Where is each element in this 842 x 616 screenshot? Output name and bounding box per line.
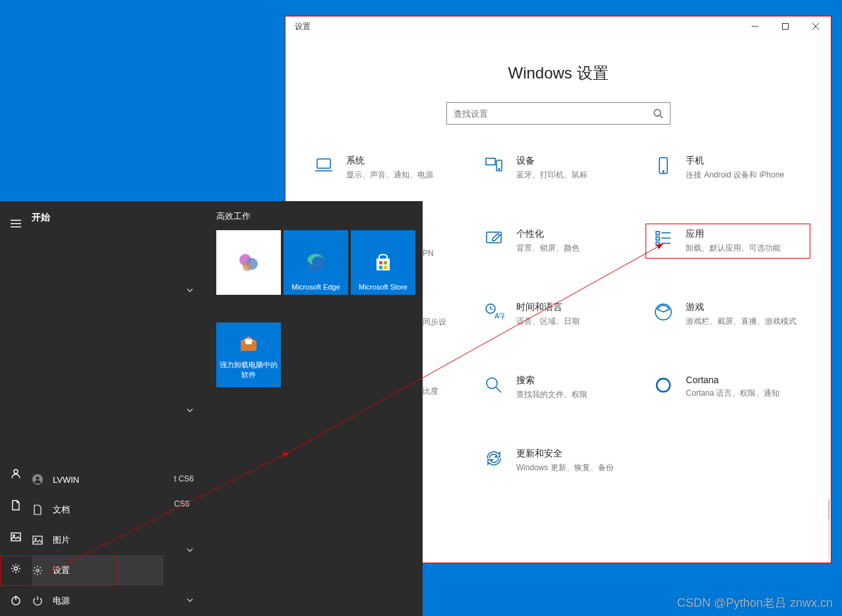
- category-personalization[interactable]: 个性化背景、锁屏、颜色: [477, 224, 640, 258]
- tile-edge[interactable]: Microsoft Edge: [284, 230, 348, 295]
- documents-item[interactable]: 文档: [32, 495, 164, 525]
- tile-edge-label: Microsoft Edge: [287, 283, 344, 291]
- maximize-button[interactable]: [770, 16, 800, 36]
- office-icon: [235, 249, 262, 276]
- category-phone[interactable]: 手机连接 Android 设备和 iPhone: [646, 151, 810, 185]
- category-update-security[interactable]: 更新和安全Windows 更新、恢复、备份: [477, 444, 640, 477]
- power-item[interactable]: 电源: [32, 586, 164, 616]
- minimize-button[interactable]: [740, 16, 770, 36]
- apps-icon: [653, 228, 674, 249]
- power-label: 电源: [53, 595, 70, 607]
- search-icon: [653, 108, 663, 119]
- svg-rect-16: [656, 237, 659, 240]
- close-button[interactable]: [800, 16, 831, 36]
- chevron-down-icon[interactable]: [164, 545, 216, 555]
- tile-store[interactable]: Microsoft Store: [351, 230, 415, 295]
- svg-point-34: [15, 567, 18, 570]
- tile-uninstaller[interactable]: 强力卸载电脑中的软件: [216, 323, 281, 387]
- uninstaller-icon: [235, 330, 262, 356]
- category-search[interactable]: 搜索查找我的文件、权限: [477, 371, 640, 404]
- user-icon: [32, 474, 44, 485]
- svg-rect-47: [384, 261, 387, 264]
- store-icon: [370, 249, 396, 276]
- user-label: LVWIN: [53, 475, 79, 485]
- update-icon: [483, 448, 504, 469]
- category-gaming[interactable]: 游戏游戏栏、截屏、直播、游戏模式: [646, 297, 810, 331]
- chevron-down-icon[interactable]: [164, 596, 216, 605]
- settings-item[interactable]: 设置: [32, 555, 164, 586]
- svg-point-12: [663, 171, 664, 172]
- window-title: 设置: [286, 21, 311, 32]
- svg-rect-1: [783, 24, 789, 30]
- svg-point-33: [13, 535, 15, 536]
- partial-text-vpn: PN: [423, 249, 434, 258]
- devices-icon: [483, 155, 504, 176]
- svg-text:A字: A字: [495, 312, 504, 320]
- search-input[interactable]: [454, 109, 653, 119]
- phone-icon: [653, 155, 674, 176]
- category-cortana[interactable]: CortanaCortana 语言、权限、通知: [646, 371, 810, 404]
- start-left-pane: 开始 LVWIN 文档 图片 设置 电源: [32, 201, 164, 616]
- gaming-icon: [653, 301, 674, 323]
- category-time-language[interactable]: A字 时间和语言语音、区域、日期: [477, 297, 640, 331]
- svg-rect-48: [379, 266, 382, 269]
- chevron-down-icon[interactable]: [164, 286, 216, 295]
- pictures-label: 图片: [53, 534, 70, 546]
- documents-label: 文档: [53, 504, 70, 516]
- svg-point-40: [35, 538, 36, 539]
- chevron-down-icon[interactable]: [164, 406, 216, 415]
- tile-office[interactable]: [216, 230, 281, 295]
- svg-rect-32: [11, 533, 20, 541]
- svg-rect-18: [656, 242, 659, 245]
- tile-uninstaller-label: 强力卸载电脑中的软件: [219, 360, 278, 380]
- settings-rail-icon[interactable]: [0, 553, 32, 584]
- time-language-icon: A字: [483, 301, 504, 323]
- user-item[interactable]: LVWIN: [32, 464, 164, 495]
- svg-point-4: [654, 109, 661, 116]
- svg-rect-14: [656, 231, 659, 235]
- category-apps[interactable]: 应用卸载、默认应用、可选功能: [646, 224, 810, 258]
- tile-store-label: Microsoft Store: [355, 283, 411, 291]
- power-icon: [32, 596, 44, 606]
- pictures-item[interactable]: 图片: [32, 525, 164, 555]
- personalize-icon: [483, 228, 504, 249]
- settings-heading: Windows 设置: [286, 63, 831, 84]
- svg-rect-39: [33, 536, 42, 544]
- svg-line-26: [496, 387, 501, 392]
- svg-line-22: [491, 309, 493, 310]
- search-box[interactable]: [446, 102, 671, 125]
- edge-icon: [303, 249, 329, 276]
- start-tiles-pane: 高效工作 Microsoft Edge Microsoft Store 强力卸载…: [216, 201, 423, 616]
- start-title: 开始: [32, 209, 164, 234]
- svg-point-27: [657, 379, 670, 392]
- document-icon: [32, 505, 44, 515]
- svg-rect-8: [486, 158, 495, 165]
- scrollbar[interactable]: [828, 499, 829, 559]
- svg-line-5: [660, 115, 663, 118]
- svg-rect-49: [384, 266, 387, 269]
- tile-group-title: 高效工作: [216, 210, 423, 222]
- laptop-icon: [313, 155, 334, 176]
- user-rail-icon[interactable]: [0, 458, 32, 489]
- svg-point-10: [498, 168, 500, 169]
- start-menu: 开始 LVWIN 文档 图片 设置 电源: [0, 201, 423, 616]
- documents-rail-icon[interactable]: [0, 489, 32, 521]
- svg-rect-51: [245, 339, 252, 344]
- search-category-icon: [483, 375, 504, 396]
- start-mid-pane: t CS6 CS6: [164, 201, 216, 616]
- app-cs6-text[interactable]: t CS6: [174, 474, 194, 483]
- app-cs6-text-2[interactable]: CS6: [174, 499, 189, 508]
- partial-text-sync: 同步设: [423, 317, 446, 328]
- category-devices[interactable]: 设备蓝牙、打印机、鼠标: [477, 151, 640, 185]
- cortana-icon: [653, 375, 674, 396]
- svg-point-38: [36, 477, 40, 480]
- svg-point-44: [243, 262, 252, 271]
- watermark: CSDN @Python老吕 znwx.cn: [677, 595, 833, 611]
- svg-point-31: [14, 470, 18, 474]
- pictures-rail-icon[interactable]: [0, 521, 32, 553]
- partial-text-contrast: 比度: [423, 386, 438, 397]
- svg-point-41: [36, 569, 39, 572]
- hamburger-button[interactable]: [0, 208, 32, 239]
- category-system[interactable]: 系统显示、声音、通知、电源: [307, 151, 470, 185]
- power-rail-icon[interactable]: [0, 584, 32, 616]
